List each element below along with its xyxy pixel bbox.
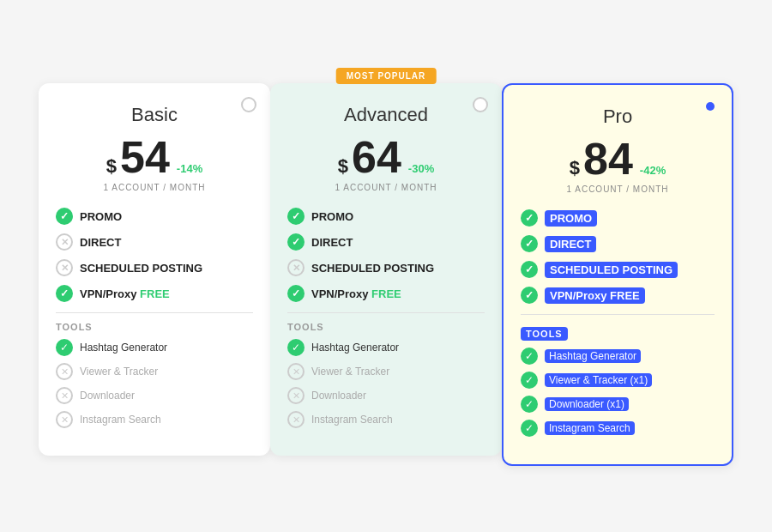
x-icon-basic-scheduled: ✕ — [56, 259, 73, 276]
check-icon-tool-downloader-pro: ✓ — [521, 396, 538, 413]
currency-basic: $ — [106, 155, 117, 178]
tool-downloader-basic: ✕ Downloader — [56, 387, 253, 404]
plan-price-row-advanced: $ 64 -30% — [287, 135, 485, 179]
feature-label-advanced-scheduled: SCHEDULED POSTING — [311, 262, 434, 275]
divider-advanced — [287, 312, 485, 313]
plan-card-pro: Pro $ 84 -42% 1 ACCOUNT / MONTH ✓ PROMO … — [502, 83, 733, 466]
feature-label-pro-scheduled: SCHEDULED POSTING — [545, 262, 678, 278]
tool-instagram-advanced: ✕ Instagram Search — [287, 411, 485, 428]
feature-scheduled-basic: ✕ SCHEDULED POSTING — [56, 259, 253, 276]
feature-scheduled-pro: ✓ SCHEDULED POSTING — [521, 261, 715, 278]
most-popular-badge: MOST POPULAR — [336, 68, 437, 84]
features-list-pro: ✓ PROMO ✓ DIRECT ✓ SCHEDULED POSTING ✓ V… — [521, 209, 715, 304]
feature-label-pro-direct: DIRECT — [545, 236, 596, 252]
tool-label-hashtag-pro: Hashtag Generator — [545, 349, 641, 363]
feature-label-basic-scheduled: SCHEDULED POSTING — [80, 262, 202, 275]
tool-downloader-advanced: ✕ Downloader — [287, 387, 485, 404]
tool-label-instagram-pro: Instagram Search — [545, 421, 635, 435]
tool-viewer-pro: ✓ Viewer & Tracker (x1) — [521, 372, 715, 389]
divider-pro — [521, 314, 715, 315]
check-icon-pro-scheduled: ✓ — [521, 261, 538, 278]
check-icon-pro-promo: ✓ — [521, 209, 538, 227]
tool-label-viewer-advanced: Viewer & Tracker — [311, 366, 389, 378]
tool-label-viewer-basic: Viewer & Tracker — [80, 366, 158, 378]
price-basic: 54 — [120, 135, 170, 179]
plan-select-advanced[interactable] — [473, 97, 488, 112]
feature-vpn-pro: ✓ VPN/Proxy FREE — [521, 287, 715, 304]
tool-label-hashtag-basic: Hashtag Generator — [80, 342, 167, 354]
feature-vpn-advanced: ✓ VPN/Proxy FREE — [287, 285, 485, 302]
feature-direct-basic: ✕ DIRECT — [56, 233, 253, 251]
tool-viewer-advanced: ✕ Viewer & Tracker — [287, 363, 485, 380]
divider-basic — [56, 312, 253, 313]
feature-vpn-basic: ✓ VPN/Proxy FREE — [56, 285, 253, 302]
tool-label-downloader-basic: Downloader — [80, 390, 135, 402]
tool-viewer-basic: ✕ Viewer & Tracker — [56, 363, 253, 380]
tools-label-advanced: TOOLS — [287, 322, 485, 332]
x-icon-tool-viewer-advanced: ✕ — [287, 363, 305, 380]
tools-list-basic: ✓ Hashtag Generator ✕ Viewer & Tracker ✕… — [56, 339, 253, 428]
billing-basic: 1 ACCOUNT / MONTH — [56, 183, 253, 192]
feature-label-advanced-promo: PROMO — [311, 210, 353, 223]
plan-select-basic[interactable] — [241, 97, 256, 112]
discount-pro: -42% — [640, 164, 666, 177]
pricing-wrapper: Basic $ 54 -14% 1 ACCOUNT / MONTH ✓ PROM… — [0, 49, 772, 483]
feature-promo-pro: ✓ PROMO — [521, 209, 715, 227]
feature-scheduled-advanced: ✕ SCHEDULED POSTING — [287, 259, 485, 276]
x-icon-tool-downloader-advanced: ✕ — [287, 387, 305, 404]
plan-price-row-basic: $ 54 -14% — [56, 135, 253, 179]
tool-instagram-basic: ✕ Instagram Search — [56, 411, 253, 428]
check-icon-tool-viewer-pro: ✓ — [521, 372, 538, 389]
x-icon-advanced-scheduled: ✕ — [287, 259, 305, 276]
discount-basic: -14% — [177, 162, 202, 175]
tool-instagram-pro: ✓ Instagram Search — [521, 420, 715, 437]
features-list-advanced: ✓ PROMO ✓ DIRECT ✕ SCHEDULED POSTING ✓ V… — [287, 208, 485, 302]
tool-label-viewer-pro: Viewer & Tracker (x1) — [545, 373, 652, 387]
tool-hashtag-basic: ✓ Hashtag Generator — [56, 339, 253, 356]
x-icon-tool-downloader-basic: ✕ — [56, 387, 73, 404]
tools-list-advanced: ✓ Hashtag Generator ✕ Viewer & Tracker ✕… — [287, 339, 485, 428]
check-icon-advanced-promo: ✓ — [287, 208, 305, 225]
tools-label-pro: TOOLS — [521, 327, 568, 341]
x-icon-tool-instagram-advanced: ✕ — [287, 411, 305, 428]
check-icon-basic-promo: ✓ — [56, 208, 73, 225]
feature-label-advanced-vpn: VPN/Proxy FREE — [311, 287, 401, 300]
billing-pro: 1 ACCOUNT / MONTH — [521, 184, 715, 194]
feature-label-advanced-direct: DIRECT — [311, 236, 353, 249]
check-icon-tool-hashtag-advanced: ✓ — [287, 339, 305, 356]
check-icon-pro-direct: ✓ — [521, 235, 538, 252]
check-icon-advanced-direct: ✓ — [287, 233, 305, 251]
check-icon-tool-hashtag-pro: ✓ — [521, 348, 538, 365]
check-icon-basic-vpn: ✓ — [56, 285, 73, 302]
x-icon-basic-direct: ✕ — [56, 233, 73, 251]
plan-name-pro: Pro — [521, 106, 715, 128]
feature-label-pro-vpn: VPN/Proxy FREE — [545, 287, 645, 304]
features-list-basic: ✓ PROMO ✕ DIRECT ✕ SCHEDULED POSTING ✓ V… — [56, 208, 253, 302]
tools-label-basic: TOOLS — [56, 322, 253, 332]
tool-label-instagram-advanced: Instagram Search — [311, 414, 393, 426]
feature-label-basic-promo: PROMO — [80, 210, 122, 223]
plan-name-advanced: Advanced — [287, 104, 485, 126]
tool-label-hashtag-advanced: Hashtag Generator — [311, 342, 399, 354]
plan-select-pro[interactable] — [706, 102, 715, 111]
billing-advanced: 1 ACCOUNT / MONTH — [287, 183, 485, 192]
feature-direct-advanced: ✓ DIRECT — [287, 233, 485, 251]
price-advanced: 64 — [352, 135, 401, 179]
tool-hashtag-advanced: ✓ Hashtag Generator — [287, 339, 485, 356]
plan-name-basic: Basic — [56, 104, 253, 126]
tool-label-downloader-pro: Downloader (x1) — [545, 397, 629, 411]
x-icon-tool-viewer-basic: ✕ — [56, 363, 73, 380]
check-icon-pro-vpn: ✓ — [521, 287, 538, 304]
check-icon-tool-instagram-pro: ✓ — [521, 420, 538, 437]
tool-label-downloader-advanced: Downloader — [311, 390, 366, 402]
feature-promo-advanced: ✓ PROMO — [287, 208, 485, 225]
feature-label-basic-direct: DIRECT — [80, 236, 121, 249]
feature-promo-basic: ✓ PROMO — [56, 208, 253, 225]
feature-label-pro-promo: PROMO — [545, 210, 597, 227]
tool-downloader-pro: ✓ Downloader (x1) — [521, 396, 715, 413]
price-pro: 84 — [583, 136, 633, 181]
plan-price-row-pro: $ 84 -42% — [521, 136, 715, 181]
tool-hashtag-pro: ✓ Hashtag Generator — [521, 348, 715, 365]
currency-advanced: $ — [338, 155, 348, 178]
feature-direct-pro: ✓ DIRECT — [521, 235, 715, 252]
